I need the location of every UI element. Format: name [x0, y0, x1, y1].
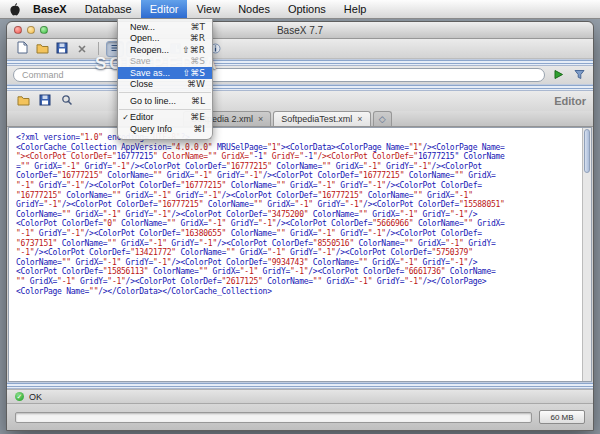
menu-item-label: Save	[130, 56, 151, 66]
scrollbar-thumb[interactable]	[584, 129, 590, 173]
new-document-button[interactable]	[13, 41, 31, 57]
close-database-button[interactable]	[73, 41, 91, 57]
code-line: <ColorPot ColorDef="0" ColorName="" Grid…	[16, 219, 579, 229]
code-line: <ColorPot ColorDef="15856113" ColorName=…	[16, 267, 579, 277]
code-line: <ColorCache_Collection AppVersion="4.0.0…	[16, 143, 579, 153]
menu-item-label: Save as...	[130, 68, 170, 78]
new-document-icon	[17, 40, 28, 58]
separator-stripe-top[interactable]	[7, 59, 593, 66]
editor-open-button[interactable]	[14, 93, 32, 109]
diamond-icon: ◇	[379, 114, 386, 124]
menu-item-shortcut: ⌘T	[191, 22, 206, 32]
menu-bar: BaseXDatabaseEditorViewNodesOptionsHelp	[0, 0, 600, 19]
menu-item-save: Save⌘S	[118, 56, 212, 68]
menu-view[interactable]: View	[187, 0, 229, 18]
menu-separator	[119, 109, 211, 110]
filter-button[interactable]	[571, 68, 587, 83]
menu-item-shortcut: ⌘L	[191, 96, 205, 106]
main-toolbar	[7, 39, 593, 59]
menu-item-shortcut: ⇧⌘R	[182, 45, 205, 55]
command-row	[7, 66, 593, 84]
menu-nodes[interactable]: Nodes	[229, 0, 279, 18]
menu-item-label: Editor	[130, 112, 154, 122]
menu-item-label: New...	[130, 22, 155, 32]
menu-item-shortcut: ⌘S	[190, 56, 205, 66]
close-x-icon	[77, 40, 87, 58]
save-button[interactable]	[53, 41, 71, 57]
menu-item-editor[interactable]: ✓Editor⌘E	[118, 112, 212, 124]
code-line: <ColorPage Name=""/></ColorData></ColorC…	[16, 287, 579, 297]
code-line: ColorName="" GridX="-1" GridY="-1"/><Col…	[16, 258, 579, 268]
menu-item-new[interactable]: New...⌘T	[118, 21, 212, 33]
open-database-button[interactable]	[33, 41, 51, 57]
editor-toolbar: Editor	[7, 91, 593, 111]
menu-options[interactable]: Options	[279, 0, 335, 18]
code-line: ColorName="" GridX="-1" GridY="-1"/><Col…	[16, 210, 579, 220]
editor-menu-dropdown: New...⌘TOpen...⌘RReopen...⇧⌘RSave⌘SSave …	[117, 19, 213, 140]
menu-item-reopen[interactable]: Reopen...⇧⌘R	[118, 44, 212, 56]
menu-item-shortcut: ⌘R	[190, 33, 205, 43]
editor-find-button[interactable]	[58, 93, 76, 109]
save-disk-icon	[39, 92, 51, 110]
editor-scrollbar[interactable]	[582, 128, 591, 381]
filter-funnel-icon	[574, 66, 585, 84]
code-line: "6737151" ColorName="" GridX="-1" GridY=…	[16, 239, 579, 249]
run-command-button[interactable]	[550, 68, 566, 83]
zoom-window-button[interactable]	[40, 26, 48, 34]
basex-window: BaseX 7.7	[6, 21, 594, 431]
menu-bar-items: BaseXDatabaseEditorViewNodesOptionsHelp	[24, 0, 375, 18]
editor-save-button[interactable]	[36, 93, 54, 109]
menu-basex[interactable]: BaseX	[24, 0, 76, 18]
menu-item-shortcut: ⇧⌘S	[183, 68, 205, 78]
toolbar-separator	[98, 42, 99, 55]
window-title-bar[interactable]: BaseX 7.7	[7, 22, 593, 39]
status-text: OK	[29, 392, 42, 402]
status-ok-icon: ✓	[15, 392, 24, 401]
menu-item-shortcut: ⌘E	[190, 112, 205, 122]
window-title: BaseX 7.7	[7, 25, 593, 36]
code-line: "-1"/><ColorPot ColorDef="13421772" Colo…	[16, 248, 579, 258]
run-icon	[553, 66, 564, 84]
tab-bar: Softpedia 2.xml×SoftpediaTest.xml×◇	[7, 111, 593, 127]
progress-track	[15, 412, 532, 423]
menu-help[interactable]: Help	[335, 0, 376, 18]
close-window-button[interactable]	[14, 26, 22, 34]
open-file-icon	[17, 92, 30, 110]
code-line: "-1" GridY="-1"/><ColorPot ColorDef="163…	[16, 229, 579, 239]
tab-softpediatest-xml[interactable]: SoftpediaTest.xml×	[273, 111, 370, 126]
menu-item-shortcut: ⌘W	[187, 79, 205, 89]
menu-checkmark-icon: ✓	[121, 113, 130, 122]
menu-item-go-to-line[interactable]: Go to line...⌘L	[118, 95, 212, 107]
command-input[interactable]	[13, 68, 545, 82]
bottom-bar: 60 MB	[7, 403, 593, 430]
menu-item-shortcut: ⌘I	[193, 124, 205, 134]
code-line: "16777215" ColorName="" GridX="-1" GridY…	[16, 191, 579, 201]
editor-code[interactable]: <?xml version="1.0" encoding="UTF-8"?><C…	[16, 133, 579, 296]
memory-indicator[interactable]: 60 MB	[539, 410, 585, 424]
menu-item-label: Go to line...	[130, 96, 176, 106]
menu-editor[interactable]: Editor	[141, 0, 188, 18]
menu-item-save-as[interactable]: Save as...⇧⌘S	[118, 67, 212, 79]
code-line: <?xml version="1.0" encoding="UTF-8"?>	[16, 133, 579, 143]
close-tab-icon[interactable]: ×	[258, 115, 263, 124]
editor-content-area[interactable]: <?xml version="1.0" encoding="UTF-8"?><C…	[8, 127, 592, 382]
menu-item-close[interactable]: Close⌘W	[118, 79, 212, 91]
new-tab-button[interactable]: ◇	[373, 111, 392, 126]
code-line: "-1" GridY="-1"/><ColorPot ColorDef="167…	[16, 181, 579, 191]
menu-database[interactable]: Database	[76, 0, 141, 18]
separator-stripe-bottom[interactable]	[7, 382, 593, 389]
apple-menu-icon[interactable]	[4, 0, 24, 18]
minimize-window-button[interactable]	[27, 26, 35, 34]
close-tab-icon[interactable]: ×	[357, 115, 362, 124]
tab-label: SoftpediaTest.xml	[281, 114, 352, 124]
menu-item-query-info[interactable]: Query Info⌘I	[118, 123, 212, 135]
search-icon	[61, 92, 73, 110]
open-folder-icon	[36, 40, 49, 58]
separator-stripe-middle[interactable]	[7, 84, 593, 91]
code-line: "><ColorPot ColorDef="16777215" ColorNam…	[16, 152, 579, 162]
code-line: ColorDef="16777215" ColorName="" GridX="…	[16, 171, 579, 181]
window-controls	[14, 26, 48, 34]
menu-item-open[interactable]: Open...⌘R	[118, 33, 212, 45]
menu-separator	[119, 92, 211, 93]
editor-panel-label: Editor	[554, 95, 586, 107]
